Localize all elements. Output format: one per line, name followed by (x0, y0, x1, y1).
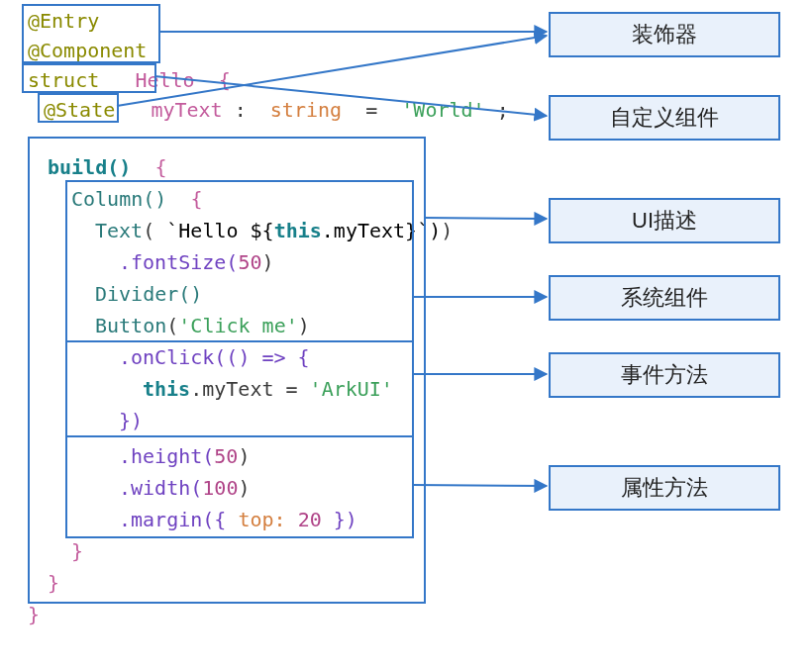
label-custom: 自定义组件 (549, 95, 780, 141)
svg-line-6 (412, 485, 547, 486)
box-sys (65, 180, 414, 342)
label-attr: 属性方法 (549, 465, 780, 511)
box-state (38, 93, 119, 123)
label-decorator: 装饰器 (549, 12, 780, 57)
box-event (65, 340, 414, 437)
box-decorators (22, 4, 160, 63)
label-ui: UI描述 (549, 198, 780, 243)
label-sys: 系统组件 (549, 275, 780, 321)
brace-struct: } (28, 600, 40, 629)
box-struct (22, 63, 156, 93)
label-event: 事件方法 (549, 352, 780, 398)
box-attr (65, 435, 414, 538)
